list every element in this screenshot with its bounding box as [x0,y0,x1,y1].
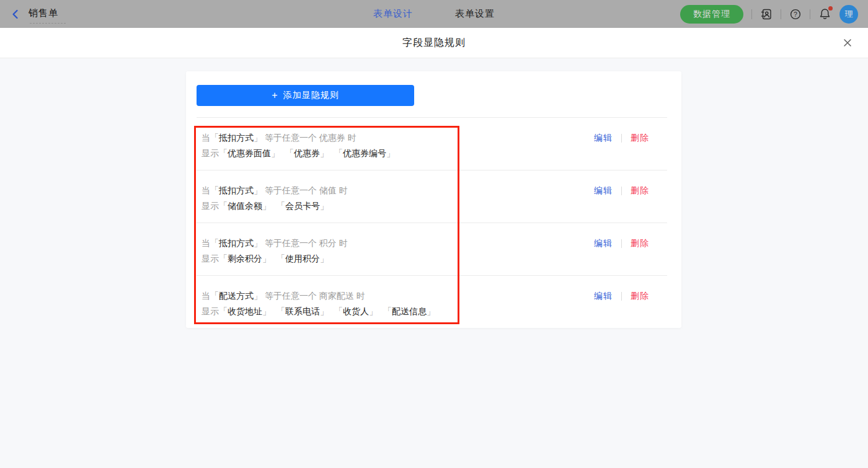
delete-button[interactable]: 删除 [631,185,649,196]
topbar-tabs: 表单设计 表单设置 [373,0,495,28]
rule-show-line: 显示「收货地址」「联系电话」「收货人」「配送信息」 [202,304,435,319]
rule-row: 当「抵扣方式」 等于任意一个 积分 时 显示「剩余积分」「使用积分」 编辑 删除 [197,223,667,276]
svg-text:?: ? [794,10,797,17]
rule-row: 当「抵扣方式」 等于任意一个 储值 时 显示「储值余额」「会员卡号」 编辑 删除 [197,170,667,223]
rule-condition-line: 当「抵扣方式」 等于任意一个 储值 时 [202,183,348,198]
add-rule-button[interactable]: + 添加显隐规则 [197,85,414,106]
edit-button[interactable]: 编辑 [594,185,613,196]
rule-condition-line: 当「抵扣方式」 等于任意一个 积分 时 [202,236,348,251]
divider [781,9,781,19]
add-rule-button-label: 添加显隐规则 [283,90,339,101]
rule-row: 当「配送方式」 等于任意一个 商家配送 时 显示「收货地址」「联系电话」「收货人… [197,276,667,329]
topbar-actions: 数据管理 ? 理 [680,0,858,28]
rules-list: 当「抵扣方式」 等于任意一个 优惠券 时 显示「优惠券面值」「优惠券」「优惠券编… [197,118,667,329]
form-title-label: 销售单 [29,7,58,18]
rule-actions: 编辑 删除 [594,130,649,146]
notification-dot [828,6,833,11]
divider [621,292,622,301]
rule-show-line: 显示「优惠券面值」「优惠券」「优惠券编号」 [202,146,395,161]
edit-button[interactable]: 编辑 [594,133,613,144]
help-icon[interactable]: ? [789,8,802,20]
edit-button[interactable]: 编辑 [594,238,613,249]
divider [621,134,622,143]
editable-title-underline [30,23,66,24]
tab-form-settings[interactable]: 表单设置 [455,8,495,20]
rule-actions: 编辑 删除 [594,236,649,251]
topbar: 销售单 表单设计 表单设置 数据管理 ? [0,0,868,28]
divider [621,187,622,195]
bell-icon[interactable] [818,7,831,20]
delete-button[interactable]: 删除 [631,238,649,249]
contacts-book-icon[interactable] [760,8,773,20]
rule-description: 当「配送方式」 等于任意一个 商家配送 时 显示「收货地址」「联系电话」「收货人… [197,288,435,329]
back-button[interactable] [10,9,21,20]
rules-card: + 添加显隐规则 当「抵扣方式」 等于任意一个 优惠券 时 显示「优惠券面值」「… [186,71,681,328]
app: { "topbar": { "form_title": "销售单", "tabs… [0,0,868,468]
rule-actions: 编辑 删除 [594,183,649,198]
delete-button[interactable]: 删除 [631,291,649,302]
modal-body: + 添加显隐规则 当「抵扣方式」 等于任意一个 优惠券 时 显示「优惠券面值」「… [0,59,868,468]
rule-description: 当「抵扣方式」 等于任意一个 优惠券 时 显示「优惠券面值」「优惠券」「优惠券编… [197,130,395,170]
rule-description: 当「抵扣方式」 等于任意一个 储值 时 显示「储值余额」「会员卡号」 [197,183,348,223]
plus-icon: + [272,90,278,101]
divider [621,239,622,248]
tab-form-design[interactable]: 表单设计 [373,8,413,20]
avatar[interactable]: 理 [839,5,858,24]
form-title[interactable]: 销售单 [29,7,58,20]
rule-row: 当「抵扣方式」 等于任意一个 优惠券 时 显示「优惠券面值」「优惠券」「优惠券编… [197,118,667,170]
modal-header: 字段显隐规则 [0,28,868,58]
rule-condition-line: 当「抵扣方式」 等于任意一个 优惠券 时 [202,130,395,146]
data-manage-button[interactable]: 数据管理 [680,5,743,24]
divider [751,9,752,19]
rule-condition-line: 当「配送方式」 等于任意一个 商家配送 时 [202,288,435,304]
rule-description: 当「抵扣方式」 等于任意一个 积分 时 显示「剩余积分」「使用积分」 [197,236,348,275]
divider [810,9,810,19]
rule-show-line: 显示「剩余积分」「使用积分」 [202,251,348,267]
rule-actions: 编辑 删除 [594,288,649,304]
delete-button[interactable]: 删除 [631,133,649,144]
chevron-left-icon [10,9,21,20]
close-icon[interactable] [843,38,852,48]
edit-button[interactable]: 编辑 [594,291,613,302]
rule-show-line: 显示「储值余额」「会员卡号」 [202,198,348,214]
modal-title: 字段显隐规则 [402,37,466,50]
